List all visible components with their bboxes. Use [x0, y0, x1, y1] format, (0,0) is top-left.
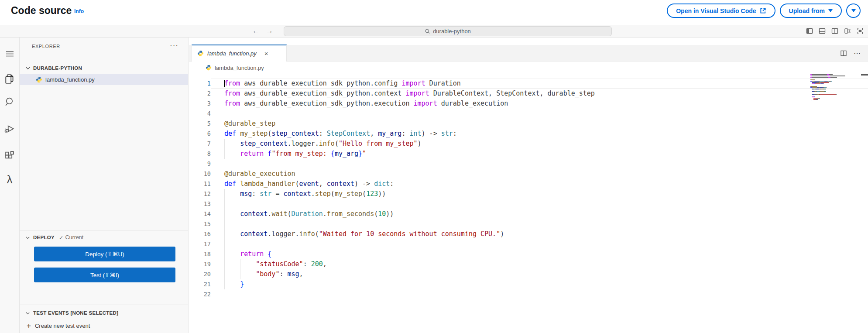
fullscreen-icon[interactable] — [857, 27, 864, 34]
chevron-down-icon — [25, 65, 31, 71]
code-editor[interactable]: 1from aws_durable_execution_sdk_python.c… — [189, 73, 868, 333]
code-line[interactable]: 19 "statusCode": 200, — [189, 259, 868, 269]
divider — [20, 305, 188, 305]
run-debug-icon[interactable] — [0, 123, 19, 134]
open-in-vscode-button[interactable]: Open in Visual Studio Code — [667, 3, 775, 18]
activity-bar: λ — [0, 38, 20, 333]
deploy-section-title: DEPLOY — [33, 235, 55, 240]
code-line[interactable]: 12 msg: str = context.step(my_step(123)) — [189, 189, 868, 199]
code-line[interactable]: 11def lambda_handler(event, context) -> … — [189, 179, 868, 189]
toggle-panel-icon[interactable] — [819, 27, 826, 34]
code-line[interactable]: 1from aws_durable_execution_sdk_python.c… — [189, 79, 868, 89]
upload-from-button[interactable]: Upload from — [780, 3, 842, 18]
python-file-icon — [36, 76, 42, 83]
forward-arrow-icon[interactable]: → — [266, 27, 273, 35]
explorer-sidebar: EXPLORER ··· DURABLE-PYTHON lambda_funct… — [20, 38, 189, 333]
workbench: λ EXPLORER ··· DURABLE-PYTHON lambda_fun… — [0, 38, 868, 333]
editor-group: lambda_function.py × ⋯ lambda_function.p… — [189, 38, 868, 333]
plus-icon: + — [27, 322, 31, 330]
code-line[interactable]: 4 — [189, 109, 868, 119]
explorer-icon[interactable] — [0, 73, 19, 85]
code-line[interactable]: 8 return f"from my_step: {my_arg}" — [189, 149, 868, 159]
text-cursor — [224, 80, 225, 87]
divider — [20, 230, 188, 230]
more-actions-dropdown-button[interactable] — [846, 3, 861, 18]
code-line[interactable]: 7 step_context.logger.info("Hello from m… — [189, 139, 868, 149]
deploy-section-header[interactable]: DEPLOY ✓ Current — [20, 233, 188, 242]
search-icon[interactable] — [0, 96, 19, 107]
folder-name: DURABLE-PYTHON — [33, 65, 82, 71]
create-test-event-row[interactable]: + Create new test event — [20, 320, 188, 331]
aws-lambda-icon[interactable]: λ — [0, 174, 19, 185]
code-line[interactable]: 17 — [189, 239, 868, 249]
close-icon[interactable]: × — [264, 50, 268, 57]
search-input[interactable]: durable-python — [284, 26, 612, 36]
test-events-section-header[interactable]: TEST EVENTS [NONE SELECTED] — [20, 308, 188, 318]
search-value: durable-python — [433, 28, 471, 34]
extensions-icon[interactable] — [0, 150, 19, 161]
code-line[interactable]: 9 — [189, 159, 868, 169]
customize-layout-icon[interactable] — [844, 27, 851, 34]
code-line[interactable]: 15 — [189, 219, 868, 229]
code-line[interactable]: 10@durable_execution — [189, 169, 868, 179]
header-actions: Open in Visual Studio Code Upload from — [667, 3, 861, 18]
back-arrow-icon[interactable]: ← — [252, 27, 260, 35]
deploy-button[interactable]: Deploy (⇧⌘U) — [34, 247, 175, 261]
tab-lambda-function[interactable]: lambda_function.py × — [192, 45, 287, 62]
history-nav: ← → — [252, 25, 273, 37]
menu-icon[interactable] — [0, 50, 19, 58]
code-line[interactable]: 6def my_step(step_context: StepContext, … — [189, 129, 868, 139]
code-line[interactable]: 2from aws_durable_execution_sdk_python.c… — [189, 89, 868, 99]
info-link[interactable]: Info — [74, 8, 84, 14]
external-link-icon — [760, 7, 766, 14]
chevron-down-icon — [828, 9, 833, 12]
code-line[interactable]: 20 "body": msg, — [189, 269, 868, 279]
explorer-more-icon[interactable]: ··· — [170, 41, 178, 50]
code-line[interactable]: 22 — [189, 289, 868, 299]
layout-controls — [806, 25, 864, 37]
chevron-down-icon — [851, 9, 856, 12]
deploy-status-label: Current — [65, 234, 84, 240]
breadcrumb[interactable]: lambda_function.py — [189, 62, 868, 73]
open-in-vscode-label: Open in Visual Studio Code — [676, 7, 756, 14]
test-button[interactable]: Test (⇧⌘I) — [34, 268, 175, 282]
chevron-down-icon — [25, 235, 31, 240]
code-line[interactable]: 13 — [189, 199, 868, 209]
file-row-lambda-function[interactable]: lambda_function.py — [20, 74, 188, 85]
explorer-title: EXPLORER — [32, 44, 60, 49]
tab-actions: ⋯ — [840, 45, 861, 62]
create-test-event-label: Create new test event — [35, 323, 90, 329]
code-line[interactable]: 14 context.wait(Duration.from_seconds(10… — [189, 209, 868, 219]
more-actions-icon[interactable]: ⋯ — [854, 49, 861, 58]
breadcrumb-item: lambda_function.py — [215, 65, 264, 71]
test-events-title: TEST EVENTS [NONE SELECTED] — [33, 310, 118, 316]
tab-label: lambda_function.py — [207, 50, 257, 57]
minimap[interactable] — [810, 74, 862, 103]
file-name: lambda_function.py — [45, 76, 95, 83]
code-line[interactable]: 16 context.logger.info("Waited for 10 se… — [189, 229, 868, 239]
code-line[interactable]: 18 return { — [189, 249, 868, 259]
search-icon — [425, 28, 430, 34]
code-line[interactable]: 21 } — [189, 279, 868, 289]
python-file-icon — [197, 50, 204, 57]
split-editor-icon[interactable] — [840, 50, 847, 57]
overview-ruler-cursor-mark — [861, 74, 868, 76]
code-line[interactable]: 5@durable_step — [189, 119, 868, 129]
tab-bar: lambda_function.py × ⋯ — [189, 45, 868, 62]
aws-header: Code source Info Open in Visual Studio C… — [0, 0, 868, 25]
check-icon: ✓ — [59, 234, 63, 241]
page-title: Code source — [11, 5, 72, 17]
editor-titlebar: ← → durable-python — [0, 25, 868, 38]
code-lines: 1from aws_durable_execution_sdk_python.c… — [189, 79, 868, 299]
upload-from-label: Upload from — [789, 7, 825, 14]
chevron-down-icon — [25, 310, 31, 316]
deploy-status: ✓ Current — [59, 234, 83, 241]
folder-row-durable-python[interactable]: DURABLE-PYTHON — [20, 63, 188, 73]
toggle-sidebar-icon[interactable] — [806, 27, 813, 34]
python-file-icon — [206, 65, 212, 71]
code-line[interactable]: 3from aws_durable_execution_sdk_python.e… — [189, 99, 868, 109]
toggle-secondary-sidebar-icon[interactable] — [831, 27, 838, 34]
